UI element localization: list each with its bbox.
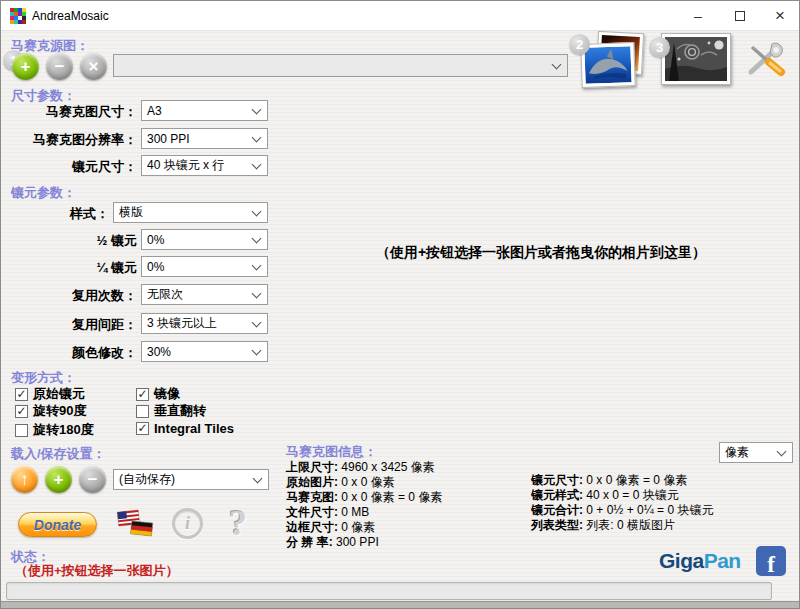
options-button[interactable] [745,41,789,79]
settings-preset-select[interactable]: (自动保存) [113,469,269,490]
load-settings-button[interactable]: ↑ [11,466,38,493]
drop-hint-text: （使用+按钮选择一张图片或者拖曳你的相片到这里） [321,244,761,262]
checkbox-label: 镜像 [154,385,180,403]
tools-wrench-icon [745,41,789,79]
quarter-tile-label: ¼ 镶元 [11,259,137,277]
chevron-down-icon [252,235,262,245]
checkbox-icon [15,424,28,437]
title-bar: AndreaMosaic – × [1,1,799,31]
add-source-button[interactable]: + [12,53,39,80]
close-button[interactable]: × [759,1,800,30]
color-change-select[interactable]: 30% [141,341,268,362]
chevron-down-icon [777,448,787,458]
reuse-distance-label: 复用间距： [11,316,137,334]
starry-night-photo-icon [665,37,727,81]
half-tile-select[interactable]: 0% [141,229,268,250]
minus-icon: − [88,471,98,488]
chevron-down-icon [252,161,262,171]
about-button[interactable]: i [172,508,203,539]
save-settings-button[interactable]: + [45,466,72,493]
info-resolution: 分 辨 率: 300 PPI [286,534,379,551]
tile-size-select[interactable]: 40 块镶元 x 行 [141,155,268,176]
delete-settings-button[interactable]: − [79,466,106,493]
chevron-down-icon [252,290,262,300]
flags-icon [117,508,155,540]
checkbox-rotate-90[interactable]: ✓ 旋转90度 [15,402,86,420]
checkbox-label: 垂直翻转 [154,402,206,420]
step-3-badge: 3 [649,37,670,58]
tile-section-header: 镶元参数： [11,184,76,202]
checkbox-icon [136,405,149,418]
tile-style-label: 样式： [11,205,109,223]
maximize-button[interactable] [721,1,759,30]
mosaic-size-select[interactable]: A3 [141,100,268,121]
checkbox-vertical-flip[interactable]: 垂直翻转 [136,402,206,420]
x-icon: × [89,58,99,75]
color-change-label: 颜色修改： [11,344,137,362]
checkbox-original-tiles[interactable]: ✓ 原始镶元 [15,385,85,403]
checkbox-icon: ✓ [136,422,149,435]
chevron-down-icon [252,262,262,272]
main-image-thumbnail[interactable] [661,33,731,85]
up-arrow-icon: ↑ [20,471,29,488]
reuse-count-label: 复用次数： [11,287,137,305]
chevron-down-icon [552,61,562,71]
close-icon: × [775,6,785,26]
chevron-down-icon [252,134,262,144]
checkbox-mirror[interactable]: ✓ 镜像 [136,385,180,403]
checkbox-label: Integral Tiles [154,421,234,436]
checkbox-label: 原始镶元 [33,385,85,403]
chevron-down-icon [252,106,262,116]
mosaic-resolution-select[interactable]: 300 PPI [141,128,268,149]
checkbox-label: 旋转90度 [33,402,86,420]
plus-icon: + [21,58,31,75]
step-2-badge: 2 [569,34,590,55]
reuse-distance-select[interactable]: 3 块镶元以上 [141,313,268,334]
status-message: （使用+按钮选择一张图片） [15,562,179,580]
checkbox-rotate-180[interactable]: 旋转180度 [15,421,94,439]
source-image-combobox[interactable] [113,54,568,77]
mosaic-size-label: 马赛克图尺寸： [11,103,137,121]
info-icon: i [185,513,190,534]
chevron-down-icon [252,319,262,329]
chevron-down-icon [253,475,263,485]
help-button[interactable]: ? [229,502,247,544]
checkbox-icon: ✓ [15,405,28,418]
language-button[interactable] [117,508,155,540]
andreamosaic-window: AndreaMosaic – × 马赛克源图： 1 + − × 2 [0,0,800,609]
tile-style-select[interactable]: 横版 [113,202,268,223]
checkbox-integral-tiles[interactable]: ✓ Integral Tiles [136,421,234,436]
window-title: AndreaMosaic [32,9,109,23]
minus-icon: − [55,58,65,75]
window-bottom-edge [1,601,799,609]
info-list-type: 列表类型: 列表: 0 横版图片 [531,517,675,534]
checkbox-icon: ✓ [136,388,149,401]
tile-size-label: 镶元尺寸： [11,158,137,176]
gigapan-logo[interactable]: GigaPan [659,549,741,573]
settings-section-header: 载入/保存设置： [11,445,106,463]
progress-bar [6,582,772,600]
unit-select[interactable]: 像素 [719,442,793,463]
checkbox-icon: ✓ [15,388,28,401]
checkbox-label: 旋转180度 [33,421,94,439]
quarter-tile-select[interactable]: 0% [141,256,268,277]
minimize-button[interactable]: – [675,1,721,30]
dolphin-photo-icon [584,46,631,84]
question-mark-icon: ? [229,503,247,543]
reuse-count-select[interactable]: 无限次 [141,284,268,305]
app-mosaic-icon [10,8,26,24]
half-tile-label: ½ 镶元 [11,232,137,250]
facebook-icon[interactable]: f [756,546,786,576]
minimize-icon: – [694,8,702,24]
maximize-icon [735,11,745,21]
remove-source-button[interactable]: − [46,53,73,80]
donate-button[interactable]: Donate [18,512,97,537]
chevron-down-icon [252,208,262,218]
plus-icon: + [54,471,64,488]
mosaic-resolution-label: 马赛克图分辨率： [11,131,137,149]
clear-source-button[interactable]: × [80,53,107,80]
chevron-down-icon [252,347,262,357]
